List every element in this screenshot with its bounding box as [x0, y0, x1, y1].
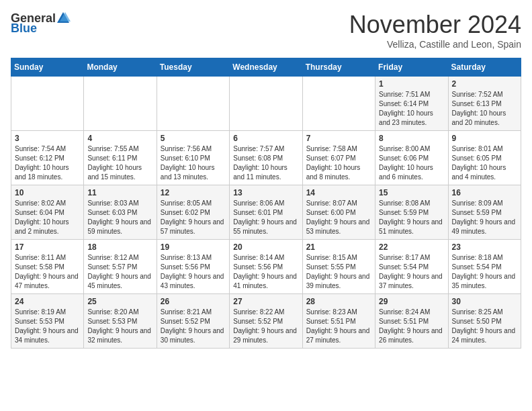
day-number: 13: [233, 188, 298, 197]
day-info: Sunrise: 8:05 AMSunset: 6:02 PMDaylight:…: [161, 199, 226, 236]
calendar-cell: 1Sunrise: 7:51 AMSunset: 6:14 PMDaylight…: [375, 77, 448, 131]
day-number: 20: [233, 242, 298, 252]
day-info: Sunrise: 8:03 AMSunset: 6:03 PMDaylight:…: [87, 199, 152, 236]
calendar-cell: 2Sunrise: 7:52 AMSunset: 6:13 PMDaylight…: [448, 77, 521, 131]
calendar-cell: 11Sunrise: 8:03 AMSunset: 6:03 PMDayligh…: [84, 185, 157, 240]
calendar-cell: 14Sunrise: 8:07 AMSunset: 6:00 PMDayligh…: [302, 185, 375, 240]
calendar-cell: 15Sunrise: 8:08 AMSunset: 5:59 PMDayligh…: [375, 185, 448, 240]
day-number: 25: [87, 297, 152, 306]
calendar-cell: 17Sunrise: 8:11 AMSunset: 5:58 PMDayligh…: [11, 240, 84, 294]
calendar-cell: 27Sunrise: 8:22 AMSunset: 5:52 PMDayligh…: [230, 294, 302, 349]
day-info: Sunrise: 8:13 AMSunset: 5:56 PMDaylight:…: [161, 253, 226, 291]
day-info: Sunrise: 7:52 AMSunset: 6:13 PMDaylight:…: [452, 90, 517, 128]
calendar-cell: 25Sunrise: 8:20 AMSunset: 5:53 PMDayligh…: [84, 294, 157, 349]
day-header-saturday: Saturday: [448, 58, 521, 77]
calendar-cell: 8Sunrise: 8:00 AMSunset: 6:06 PMDaylight…: [375, 131, 448, 185]
day-info: Sunrise: 8:24 AMSunset: 5:51 PMDaylight:…: [379, 308, 444, 345]
calendar-cell: [84, 77, 157, 131]
calendar-week-5: 24Sunrise: 8:19 AMSunset: 5:53 PMDayligh…: [11, 294, 521, 349]
day-info: Sunrise: 8:09 AMSunset: 5:59 PMDaylight:…: [452, 199, 517, 236]
day-number: 10: [15, 188, 80, 197]
calendar-cell: 29Sunrise: 8:24 AMSunset: 5:51 PMDayligh…: [375, 294, 448, 349]
calendar-cell: 7Sunrise: 7:58 AMSunset: 6:07 PMDaylight…: [302, 131, 375, 185]
calendar-week-2: 3Sunrise: 7:54 AMSunset: 6:12 PMDaylight…: [11, 131, 521, 185]
calendar-cell: 28Sunrise: 8:23 AMSunset: 5:51 PMDayligh…: [302, 294, 375, 349]
day-info: Sunrise: 8:18 AMSunset: 5:54 PMDaylight:…: [452, 253, 517, 291]
calendar-cell: 5Sunrise: 7:56 AMSunset: 6:10 PMDaylight…: [157, 131, 229, 185]
day-number: 30: [452, 297, 517, 306]
day-info: Sunrise: 8:06 AMSunset: 6:01 PMDaylight:…: [233, 199, 298, 236]
logo-blue: Blue: [11, 21, 37, 36]
calendar-cell: 6Sunrise: 7:57 AMSunset: 6:08 PMDaylight…: [230, 131, 302, 185]
calendar-cell: 10Sunrise: 8:02 AMSunset: 6:04 PMDayligh…: [11, 185, 84, 240]
day-header-friday: Friday: [375, 58, 448, 77]
day-number: 3: [15, 134, 80, 143]
day-number: 15: [379, 188, 444, 197]
day-info: Sunrise: 8:01 AMSunset: 6:05 PMDaylight:…: [452, 144, 517, 182]
day-number: 26: [161, 297, 226, 306]
page-header: General Blue November 2024 Velliza, Cast…: [11, 11, 521, 50]
day-number: 24: [15, 297, 80, 306]
subtitle: Velliza, Castille and Leon, Spain: [349, 39, 521, 50]
calendar-cell: 20Sunrise: 8:14 AMSunset: 5:56 PMDayligh…: [230, 240, 302, 294]
day-number: 8: [379, 134, 444, 143]
day-info: Sunrise: 8:17 AMSunset: 5:54 PMDaylight:…: [379, 253, 444, 291]
calendar-cell: 9Sunrise: 8:01 AMSunset: 6:05 PMDaylight…: [448, 131, 521, 185]
calendar-week-1: 1Sunrise: 7:51 AMSunset: 6:14 PMDaylight…: [11, 77, 521, 131]
calendar-cell: [11, 77, 84, 131]
day-number: 6: [233, 134, 298, 143]
day-info: Sunrise: 8:07 AMSunset: 6:00 PMDaylight:…: [306, 199, 371, 236]
day-info: Sunrise: 7:51 AMSunset: 6:14 PMDaylight:…: [379, 90, 444, 128]
day-header-monday: Monday: [84, 58, 157, 77]
day-number: 19: [161, 242, 226, 252]
day-number: 9: [452, 134, 517, 143]
day-number: 14: [306, 188, 371, 197]
day-info: Sunrise: 8:15 AMSunset: 5:55 PMDaylight:…: [306, 253, 371, 291]
logo: General Blue: [11, 11, 71, 36]
calendar-cell: 30Sunrise: 8:25 AMSunset: 5:50 PMDayligh…: [448, 294, 521, 349]
day-number: 21: [306, 242, 371, 252]
day-number: 22: [379, 242, 444, 252]
day-number: 17: [15, 242, 80, 252]
day-header-sunday: Sunday: [11, 58, 84, 77]
day-number: 7: [306, 134, 371, 143]
calendar-week-3: 10Sunrise: 8:02 AMSunset: 6:04 PMDayligh…: [11, 185, 521, 240]
day-number: 12: [161, 188, 226, 197]
calendar-cell: 4Sunrise: 7:55 AMSunset: 6:11 PMDaylight…: [84, 131, 157, 185]
calendar-cell: 26Sunrise: 8:21 AMSunset: 5:52 PMDayligh…: [157, 294, 229, 349]
calendar-cell: 24Sunrise: 8:19 AMSunset: 5:53 PMDayligh…: [11, 294, 84, 349]
calendar-header-row: SundayMondayTuesdayWednesdayThursdayFrid…: [11, 58, 521, 77]
calendar-cell: 12Sunrise: 8:05 AMSunset: 6:02 PMDayligh…: [157, 185, 229, 240]
title-block: November 2024 Velliza, Castille and Leon…: [349, 11, 521, 50]
calendar-table: SundayMondayTuesdayWednesdayThursdayFrid…: [11, 58, 521, 349]
day-number: 11: [87, 188, 152, 197]
day-header-thursday: Thursday: [302, 58, 375, 77]
day-info: Sunrise: 7:55 AMSunset: 6:11 PMDaylight:…: [87, 144, 152, 182]
day-info: Sunrise: 8:12 AMSunset: 5:57 PMDaylight:…: [87, 253, 152, 291]
day-header-wednesday: Wednesday: [230, 58, 302, 77]
day-info: Sunrise: 8:21 AMSunset: 5:52 PMDaylight:…: [161, 308, 226, 345]
day-info: Sunrise: 7:57 AMSunset: 6:08 PMDaylight:…: [233, 144, 298, 182]
day-info: Sunrise: 8:02 AMSunset: 6:04 PMDaylight:…: [15, 199, 80, 236]
calendar-cell: 16Sunrise: 8:09 AMSunset: 5:59 PMDayligh…: [448, 185, 521, 240]
calendar-cell: 19Sunrise: 8:13 AMSunset: 5:56 PMDayligh…: [157, 240, 229, 294]
day-info: Sunrise: 8:20 AMSunset: 5:53 PMDaylight:…: [87, 308, 152, 345]
calendar-cell: [302, 77, 375, 131]
day-number: 16: [452, 188, 517, 197]
calendar-cell: 23Sunrise: 8:18 AMSunset: 5:54 PMDayligh…: [448, 240, 521, 294]
day-number: 1: [379, 79, 444, 89]
calendar-cell: 18Sunrise: 8:12 AMSunset: 5:57 PMDayligh…: [84, 240, 157, 294]
day-number: 2: [452, 79, 517, 89]
day-info: Sunrise: 8:19 AMSunset: 5:53 PMDaylight:…: [15, 308, 80, 345]
day-info: Sunrise: 8:23 AMSunset: 5:51 PMDaylight:…: [306, 308, 371, 345]
calendar-cell: [157, 77, 229, 131]
day-number: 5: [161, 134, 226, 143]
day-info: Sunrise: 8:08 AMSunset: 5:59 PMDaylight:…: [379, 199, 444, 236]
calendar-cell: 13Sunrise: 8:06 AMSunset: 6:01 PMDayligh…: [230, 185, 302, 240]
day-header-tuesday: Tuesday: [157, 58, 229, 77]
day-number: 29: [379, 297, 444, 306]
day-info: Sunrise: 8:22 AMSunset: 5:52 PMDaylight:…: [233, 308, 298, 345]
calendar-cell: 21Sunrise: 8:15 AMSunset: 5:55 PMDayligh…: [302, 240, 375, 294]
day-number: 23: [452, 242, 517, 252]
day-info: Sunrise: 8:25 AMSunset: 5:50 PMDaylight:…: [452, 308, 517, 345]
